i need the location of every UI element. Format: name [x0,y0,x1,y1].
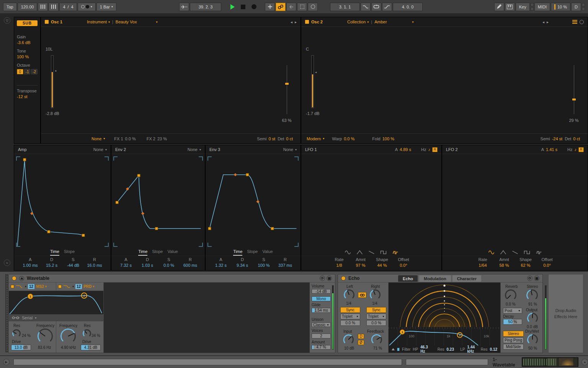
square-shape-icon[interactable] [524,250,530,255]
overdub-d-button[interactable]: D [571,3,581,11]
random-shape-icon[interactable] [536,250,542,255]
square-shape-icon[interactable] [380,250,387,255]
osc2-next-button[interactable]: ▸ [547,20,549,24]
filter1-slope-button[interactable]: 12 [28,284,34,289]
expand-triangle-icon[interactable] [392,348,395,350]
new-button[interactable] [265,3,275,11]
osc1-next-button[interactable]: ▸ [295,20,297,24]
groove-nudge-up-icon[interactable] [49,3,59,11]
osc1-wavetable-dropdown-icon[interactable]: ▾ [156,20,157,24]
status-field-right[interactable] [406,359,488,365]
echo-left-offset-field[interactable]: 0.0 % [340,320,360,326]
reverb-position-dropdown[interactable]: Post▼ [503,308,522,314]
overdub-button[interactable] [276,3,286,11]
param-value[interactable]: 1/64 [472,263,493,268]
osc1-category-dropdown[interactable]: Instrument▾ [87,20,110,24]
echo-left-time-knob[interactable] [343,289,355,301]
automation-re-enable-button[interactable] [308,3,318,11]
saw-shape-icon[interactable] [368,250,375,255]
env-tab-time[interactable]: Time [50,249,59,256]
echo-input-knob[interactable] [343,334,354,345]
osc1-fx2-value[interactable]: FX 223 % [147,136,167,141]
stop-button[interactable] [238,3,248,11]
param-value[interactable]: 100 % [253,263,274,268]
midi-map-button[interactable]: MIDI [534,3,550,11]
save-preset-icon[interactable]: ▣ [327,276,332,281]
env-tab-slope[interactable]: Slope [64,249,75,256]
wavetable-filter-display[interactable]: 1 2 [9,291,103,315]
param-value[interactable]: 1.00 ms [20,263,41,268]
decay-field[interactable]: 50 % [503,319,522,325]
osc1-pan-value[interactable]: 10L [46,47,69,51]
amp-env-mode-dropdown[interactable]: None▾ [93,147,107,152]
osc1-gain-value[interactable]: -2.8 dB [46,111,69,116]
shelf-icon[interactable] [63,284,71,289]
scroll-up-icon[interactable]: ▲ [581,359,588,365]
unison-amount-field[interactable]: 4.7 % [312,345,331,350]
follow-button[interactable] [179,3,189,11]
sub-octave-0-button[interactable]: 0 [17,69,23,74]
param-value[interactable]: 15.2 s [41,263,62,268]
arrangement-overview-thumbnail[interactable] [522,357,578,367]
osc1-gain-slider[interactable] [51,55,54,108]
lfo2-attack-value[interactable]: 1.41 s [546,147,557,152]
osc2-semi-value[interactable]: Semi-24 st [541,136,563,141]
osc2-gain-value[interactable]: -1.7 dB [306,111,329,116]
param-value[interactable]: -44 dB [62,263,84,268]
env-tab-time[interactable]: Time [138,249,147,256]
time-signature[interactable]: 4/4 [59,3,77,11]
groove-nudge-down-icon[interactable] [38,3,48,11]
param-value[interactable]: 9.34 s [232,263,253,268]
res2-value[interactable]: 0.12 [490,347,497,352]
echo-tab-echo[interactable]: Echo [398,275,418,282]
echo-left-division-dropdown[interactable]: Triplet▼ [340,314,360,319]
osc2-warp-value[interactable]: Warp0.0 % [332,136,354,141]
computer-midi-keyboard-button[interactable] [505,3,515,11]
filter2-circuit-dropdown[interactable]: PRD▾ [83,284,94,289]
osc1-prev-button[interactable]: ◂ [291,20,292,24]
echo-right-offset-field[interactable]: 0.0 % [366,320,386,326]
param-value[interactable]: 337 ms [274,263,296,268]
mode-ping-pong-button[interactable]: Ping Pong [503,337,524,343]
osc2-category-dropdown[interactable]: Collection▾ [347,20,369,24]
lp-value[interactable]: 1.44 kHz [467,345,479,353]
param-value[interactable]: 1.32 s [210,263,232,268]
filter1-enable-toggle[interactable] [11,285,14,288]
metronome-button[interactable]: ▾ [78,3,96,11]
sub-tone-value[interactable]: 100 % [17,54,38,59]
triangle-shape-icon[interactable] [356,250,363,255]
echo-right-time-knob[interactable] [369,289,381,301]
loop-length-field[interactable]: 4. 0. 0 [393,3,423,11]
unison-mode-dropdown[interactable]: Classic▼ [312,322,331,327]
osc2-pan-value[interactable]: C [306,47,329,51]
filter1-drive-field[interactable]: 13.0 dB [11,345,31,350]
param-value[interactable]: 600 ms [180,263,201,268]
env3-mode-dropdown[interactable]: None▾ [283,147,297,152]
param-value[interactable]: 0.0 % [158,263,180,268]
mode-mid-side-button[interactable]: Mid/Side [503,344,524,350]
filter2-type-dropdown-icon[interactable]: ▾ [72,285,74,288]
env2-mode-dropdown[interactable]: None▾ [188,147,201,152]
echo-left-sync-button[interactable]: Sync [340,307,360,313]
filter2-res-knob[interactable] [82,329,91,338]
echo-tab-modulation[interactable]: Modulation [419,275,451,282]
filter1-frequency-knob[interactable] [37,328,53,344]
sub-octave-minus1-button[interactable]: -1 [24,69,31,74]
echo-tab-character[interactable]: Character [452,275,481,282]
wavetable-fold-icon[interactable] [19,276,24,281]
echo-phase-button[interactable]: Ø [358,340,364,345]
save-preset-icon[interactable]: ▣ [534,276,539,281]
collapse-panel-icon[interactable]: ▽ [4,17,10,24]
osc1-effect-mode-dropdown[interactable]: None▾ [91,136,105,141]
echo-right-sync-button[interactable]: Sync [366,307,386,313]
filter1-res-knob[interactable] [12,329,21,338]
arrangement-position-field[interactable]: 39. 2. 3 [190,3,221,11]
osc1-enable-toggle[interactable] [45,20,49,24]
view-circle-icon[interactable] [580,20,584,24]
filter2-slope-button[interactable]: 12 [75,284,82,289]
sub-gain-value[interactable]: -3.6 dB [17,40,38,45]
echo-filter-bar[interactable]: Filter HP 46.3 Hz Res 0.23 LP 1.44 kHz R… [389,346,500,353]
tempo-field[interactable]: 120.00 [18,3,38,11]
loop-button[interactable] [371,3,381,11]
mono-button[interactable]: Mono [312,296,331,301]
